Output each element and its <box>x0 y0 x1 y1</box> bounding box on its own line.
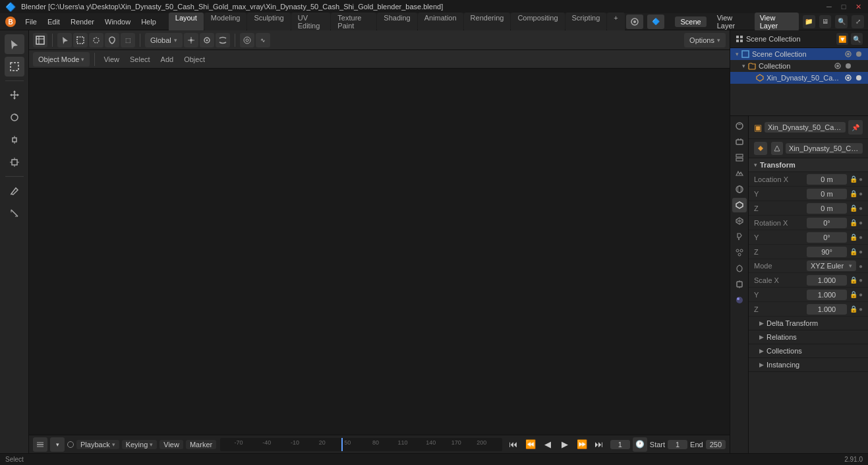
prop-tab-render[interactable] <box>732 119 747 133</box>
tool-rotate[interactable] <box>5 108 24 127</box>
select-box-btn[interactable] <box>73 33 88 47</box>
delta-transform-header[interactable]: ▶ Delta Transform <box>749 317 868 330</box>
lock-rz-icon[interactable]: 🔒 <box>850 248 857 255</box>
prop-tab-particles[interactable] <box>732 245 747 260</box>
fullscreen-icon[interactable]: ⤢ <box>852 15 864 28</box>
om-object-btn[interactable]: Object <box>180 52 209 67</box>
prop-tab-world[interactable] <box>732 182 747 197</box>
scale-y-input[interactable]: 1.000 <box>807 290 847 300</box>
maximize-button[interactable]: □ <box>839 2 848 11</box>
object-name-field[interactable]: Xin_Dynasty_50_Cash_S... <box>765 122 846 133</box>
prop-tab-scene[interactable] <box>732 166 747 181</box>
jump-end-btn[interactable]: ⏭ <box>592 437 606 452</box>
tab-animation[interactable]: Animation <box>418 13 463 31</box>
object-render-icon[interactable] <box>855 74 863 82</box>
search-icon-top[interactable]: 🔍 <box>835 15 848 28</box>
timeline-track[interactable]: -70 -40 -10 20 50 80 110 140 170 200 <box>220 438 502 451</box>
snap-btn[interactable] <box>200 33 214 47</box>
menu-help[interactable]: Help <box>136 16 161 27</box>
tab-texture-paint[interactable]: Texture Paint <box>331 13 376 31</box>
lock-sz-icon[interactable]: 🔒 <box>850 305 857 313</box>
proportional-edit-btn[interactable] <box>240 33 254 47</box>
dot-z-icon[interactable]: ● <box>859 204 863 212</box>
snap-options-btn[interactable] <box>216 33 230 47</box>
end-frame-input[interactable]: 250 <box>706 440 726 449</box>
menu-render[interactable]: Render <box>66 16 99 27</box>
play-forward-btn[interactable]: ▶ <box>558 437 572 452</box>
dot-y-icon[interactable]: ● <box>859 190 863 197</box>
close-button[interactable]: ✕ <box>854 2 863 11</box>
om-view-btn[interactable]: View <box>100 52 123 67</box>
object-item[interactable]: ▶ Xin_Dynasty_50_Ca... <box>730 72 868 84</box>
outliner-search-btn[interactable]: 🔍 <box>851 33 863 45</box>
prop-tab-constraints[interactable] <box>732 277 747 292</box>
dot-rz-icon[interactable]: ● <box>859 248 863 255</box>
scene-render-icon[interactable] <box>855 50 863 58</box>
tab-sculpting[interactable]: Sculpting <box>247 13 290 31</box>
tool-scale[interactable] <box>5 130 24 150</box>
lock-y-icon[interactable]: 🔒 <box>850 190 857 197</box>
tool-cursor[interactable] <box>5 34 24 54</box>
menu-edit[interactable]: Edit <box>43 16 65 27</box>
timeline-cursor[interactable] <box>341 438 343 451</box>
prop-tab-physics[interactable] <box>732 261 747 276</box>
dot-x-icon[interactable]: ● <box>859 175 863 183</box>
rotation-mode-dropdown[interactable]: XYZ Euler ▾ <box>807 261 856 271</box>
collections-header[interactable]: ▶ Collections <box>749 344 868 357</box>
cursor-btn[interactable] <box>57 33 72 47</box>
om-select-btn[interactable]: Select <box>126 52 154 67</box>
prop-tab-material[interactable] <box>732 293 747 307</box>
tab-rendering[interactable]: Rendering <box>464 13 511 31</box>
marker-menu-btn[interactable]: Marker <box>186 440 216 449</box>
location-x-input[interactable]: 0 m <box>807 174 847 185</box>
prop-tab-object[interactable] <box>732 198 747 212</box>
dot-sz-icon[interactable]: ● <box>859 305 863 313</box>
lock-sx-icon[interactable]: 🔒 <box>850 276 857 284</box>
location-y-input[interactable]: 0 m <box>807 189 847 199</box>
scene-dropdown[interactable]: Scene <box>675 16 706 27</box>
data-name-dropdown[interactable]: Xin_Dynasty_50_Cash_Shi_... <box>786 143 863 154</box>
output-icon[interactable]: 📁 <box>803 15 815 28</box>
timeline-mode-btn[interactable]: ▾ <box>50 437 65 452</box>
location-z-input[interactable]: 0 m <box>807 203 847 214</box>
lock-x-icon[interactable]: 🔒 <box>850 175 857 183</box>
object-mode-dropdown[interactable]: Object Mode ▾ <box>33 52 90 67</box>
render-icon-btn[interactable] <box>626 15 643 29</box>
lock-rx-icon[interactable]: 🔒 <box>850 219 857 226</box>
tab-uv-editing[interactable]: UV Editing <box>291 13 331 31</box>
collection-visibility-icon[interactable] <box>834 62 842 70</box>
scene-visibility-icon[interactable] <box>844 50 852 58</box>
rotation-z-input[interactable]: 90° <box>807 247 847 257</box>
tool-select-box[interactable] <box>5 57 24 77</box>
tool-move[interactable] <box>5 85 24 105</box>
transform-pivot-btn[interactable] <box>184 33 198 47</box>
om-add-btn[interactable]: Add <box>157 52 178 67</box>
transform-section-header[interactable]: ▾ Transform <box>749 158 868 172</box>
select-lasso-btn[interactable] <box>105 33 119 47</box>
prop-tab-modifier[interactable] <box>732 230 747 244</box>
prop-tab-view-layer[interactable] <box>732 150 747 165</box>
tab-modeling[interactable]: Modeling <box>204 13 247 31</box>
collection-render-icon[interactable] <box>844 62 852 70</box>
menu-window[interactable]: Window <box>100 16 135 27</box>
jump-next-keyframe-btn[interactable]: ⏩ <box>575 437 589 452</box>
prop-tab-output[interactable] <box>732 135 747 149</box>
lock-z-icon[interactable]: 🔒 <box>850 204 857 212</box>
frame-clock-btn[interactable]: 🕐 <box>633 437 647 452</box>
scale-z-input[interactable]: 1.000 <box>807 304 847 315</box>
rotation-y-input[interactable]: 0° <box>807 232 847 243</box>
dot-rx-icon[interactable]: ● <box>859 219 863 226</box>
collection-item[interactable]: ▾ Collection <box>730 60 868 72</box>
prop-tab-mesh[interactable] <box>732 214 747 228</box>
blender-version-icon[interactable]: 🔷 <box>647 15 664 29</box>
tool-transform[interactable] <box>5 152 24 172</box>
transform-orientation-dropdown[interactable]: Global ▾ <box>145 33 183 47</box>
collection-hide-icon[interactable] <box>855 62 863 70</box>
tab-layout[interactable]: Layout <box>169 13 204 31</box>
mode-dot-icon[interactable]: ● <box>859 263 863 270</box>
object-pin-btn[interactable]: 📌 <box>848 120 863 135</box>
proportional-options-btn[interactable]: ∿ <box>256 33 270 47</box>
data-mode-icon[interactable] <box>771 142 783 155</box>
menu-file[interactable]: File <box>20 16 42 27</box>
tab-add[interactable]: + <box>607 13 624 31</box>
